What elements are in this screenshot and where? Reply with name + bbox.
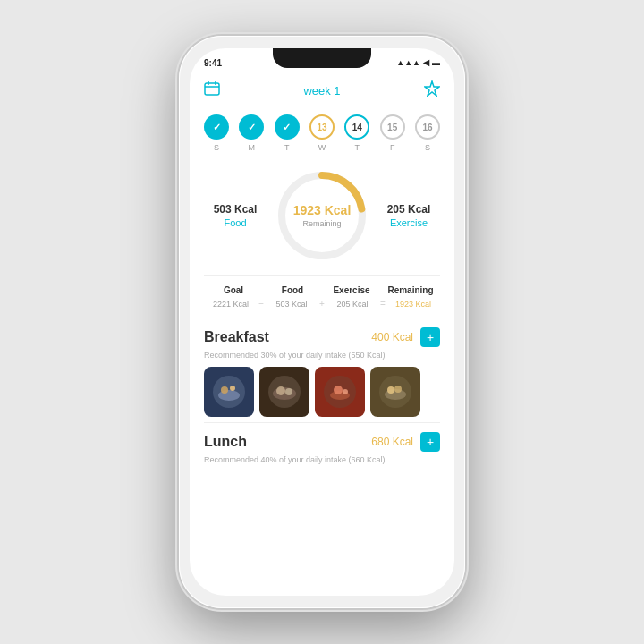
exercise-label: Exercise xyxy=(377,217,440,228)
food-value: 503 Kcal xyxy=(204,203,267,216)
breakfast-food-3[interactable] xyxy=(315,367,365,417)
col-goal: Goal xyxy=(204,285,263,295)
day-thursday[interactable]: 14 T xyxy=(344,114,369,152)
lunch-section: Lunch 680 Kcal + Recommended 40% of your… xyxy=(204,422,440,477)
notch xyxy=(273,48,371,68)
food-label: Food xyxy=(204,217,267,228)
day-circle-s1: ✓ xyxy=(204,114,229,140)
status-time: 9:41 xyxy=(204,58,222,68)
svg-rect-0 xyxy=(205,83,219,95)
lunch-recommendation: Recommended 40% of your daily intake (66… xyxy=(204,455,440,464)
day-monday[interactable]: ✓ M xyxy=(239,114,264,152)
day-circle-s2: 16 xyxy=(415,114,440,140)
day-label-t1: T xyxy=(284,143,290,152)
op-plus: + xyxy=(319,299,325,309)
day-label-m: M xyxy=(249,143,256,152)
col-food: Food xyxy=(263,285,322,295)
summary-values: 2221 Kcal − 503 Kcal + 205 Kcal = 1923 K… xyxy=(204,299,440,309)
check-m: ✓ xyxy=(248,122,256,133)
day-label-t2: T xyxy=(355,143,360,152)
day-num-f: 15 xyxy=(387,123,397,132)
breakfast-images xyxy=(204,367,440,417)
battery-icon: ▬ xyxy=(432,58,440,67)
svg-point-22 xyxy=(394,386,402,393)
app-content: week 1 ✓ S ✓ xyxy=(190,73,454,596)
status-icons: ▲▲▲ ◀ ▬ xyxy=(396,58,440,67)
op-minus: − xyxy=(258,299,264,309)
svg-point-10 xyxy=(230,386,235,391)
check-t1: ✓ xyxy=(283,122,291,133)
op-eq: = xyxy=(380,299,386,309)
day-sunday-past[interactable]: ✓ S xyxy=(204,114,229,152)
col-remaining: Remaining xyxy=(381,285,440,295)
day-circle-t2: 14 xyxy=(344,114,369,140)
food-calories: 503 Kcal Food xyxy=(204,203,267,228)
val-remaining: 1923 Kcal xyxy=(386,300,440,309)
phone-frame: 9:41 ▲▲▲ ◀ ▬ week 1 xyxy=(179,36,465,608)
exercise-value: 205 Kcal xyxy=(377,203,440,216)
remaining-label: Remaining xyxy=(293,219,352,228)
wifi-icon: ◀ xyxy=(423,58,429,67)
svg-point-17 xyxy=(334,386,343,394)
lunch-add-button[interactable]: + xyxy=(420,432,440,452)
day-circle-t1: ✓ xyxy=(275,114,300,140)
day-wednesday[interactable]: 13 W xyxy=(309,114,335,152)
exercise-calories: 205 Kcal Exercise xyxy=(377,203,440,228)
day-circle-m: ✓ xyxy=(239,114,264,140)
breakfast-header: Breakfast 400 Kcal + xyxy=(204,327,440,347)
day-friday[interactable]: 15 F xyxy=(380,114,405,152)
val-food: 503 Kcal xyxy=(265,300,318,309)
day-label-s2: S xyxy=(425,143,430,152)
day-saturday[interactable]: 16 S xyxy=(415,114,440,152)
day-label-f: F xyxy=(390,143,395,152)
val-goal: 2221 Kcal xyxy=(204,300,258,309)
breakfast-food-2[interactable] xyxy=(259,367,309,417)
breakfast-food-4[interactable] xyxy=(370,367,420,417)
calendar-icon[interactable] xyxy=(204,81,220,99)
day-tuesday[interactable]: ✓ T xyxy=(275,114,300,152)
breakfast-food-1[interactable] xyxy=(204,367,254,417)
day-circle-f: 15 xyxy=(380,114,405,140)
lunch-title: Lunch xyxy=(204,434,247,450)
day-label-w: W xyxy=(318,143,326,152)
summary-headers: Goal Food Exercise Remaining xyxy=(204,285,440,295)
star-icon[interactable] xyxy=(424,80,440,100)
ring-center: 1923 Kcal Remaining xyxy=(293,203,352,228)
signal-icon: ▲▲▲ xyxy=(396,58,420,67)
svg-point-14 xyxy=(285,388,292,395)
remaining-kcal: 1923 Kcal xyxy=(293,203,352,217)
breakfast-recommendation: Recommended 30% of your daily intake (55… xyxy=(204,351,440,360)
val-exercise: 205 Kcal xyxy=(326,300,379,309)
calorie-section: 503 Kcal Food 1923 Kcal Remaining xyxy=(204,156,440,275)
week-title: week 1 xyxy=(303,84,340,97)
lunch-header: Lunch 680 Kcal + xyxy=(204,432,440,452)
lunch-kcal: 680 Kcal xyxy=(371,436,413,448)
check-s1: ✓ xyxy=(213,122,221,133)
day-num-t2: 14 xyxy=(352,123,362,132)
calorie-ring: 1923 Kcal Remaining xyxy=(273,166,371,265)
breakfast-section: Breakfast 400 Kcal + Recommended 30% of … xyxy=(204,318,440,422)
summary-table: Goal Food Exercise Remaining 2221 Kcal −… xyxy=(204,275,440,318)
svg-point-13 xyxy=(276,386,285,395)
breakfast-kcal: 400 Kcal xyxy=(371,331,413,343)
svg-point-18 xyxy=(343,389,348,394)
breakfast-title: Breakfast xyxy=(204,329,269,345)
svg-point-9 xyxy=(221,386,228,394)
day-num-w: 13 xyxy=(317,123,326,132)
svg-marker-4 xyxy=(425,81,439,96)
phone-screen: 9:41 ▲▲▲ ◀ ▬ week 1 xyxy=(190,48,454,596)
svg-point-21 xyxy=(387,386,394,394)
day-label-s1: S xyxy=(214,143,219,152)
breakfast-add-button[interactable]: + xyxy=(420,327,440,347)
day-circle-w: 13 xyxy=(309,114,335,140)
day-num-s2: 16 xyxy=(422,123,432,132)
header: week 1 xyxy=(204,73,440,107)
col-exercise: Exercise xyxy=(322,285,381,295)
week-days: ✓ S ✓ M ✓ T 13 xyxy=(204,107,440,156)
